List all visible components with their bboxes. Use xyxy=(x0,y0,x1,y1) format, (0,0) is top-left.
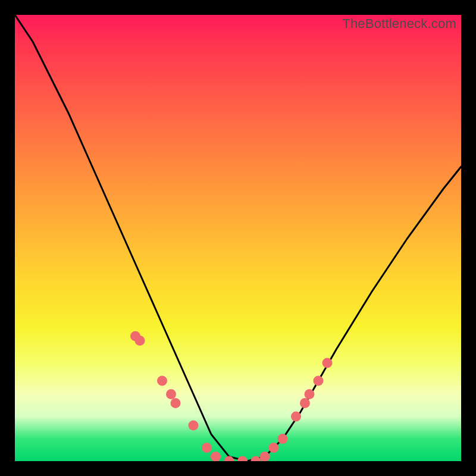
marker-dot xyxy=(322,358,333,368)
marker-dot xyxy=(166,389,176,399)
marker-dot xyxy=(251,456,261,462)
marker-cluster xyxy=(130,331,333,462)
marker-dot xyxy=(314,376,324,386)
marker-dot xyxy=(278,434,288,444)
marker-dot xyxy=(291,412,301,422)
plot-area: TheBottleneck.com xyxy=(15,15,461,461)
marker-dot xyxy=(202,443,212,453)
marker-dot xyxy=(269,443,279,453)
marker-dot xyxy=(305,389,315,399)
chart-frame: TheBottleneck.com xyxy=(0,0,476,476)
marker-dot xyxy=(237,456,248,462)
marker-dot xyxy=(300,398,310,408)
marker-dot xyxy=(189,421,199,431)
chart-svg xyxy=(15,15,461,461)
bottleneck-curve xyxy=(15,15,461,461)
marker-dot xyxy=(211,452,221,461)
marker-dot xyxy=(135,336,145,346)
marker-dot xyxy=(157,376,167,386)
marker-dot xyxy=(171,398,181,408)
